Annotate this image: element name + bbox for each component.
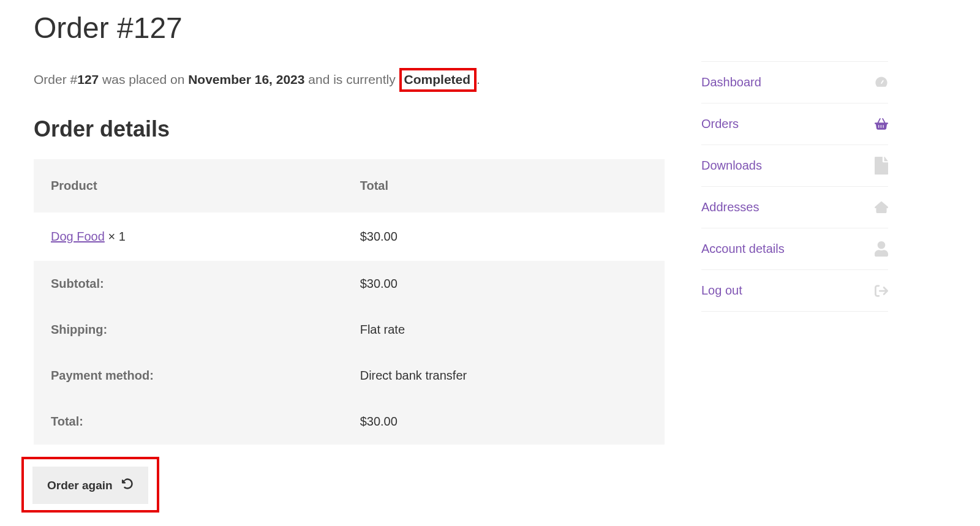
subtotal-row: Subtotal: $30.00 — [34, 261, 665, 307]
summary-status-prefix: and is currently — [304, 72, 399, 86]
total-label: Total: — [34, 399, 343, 445]
summary-date: November 16, 2023 — [188, 72, 304, 86]
summary-status: Completed — [404, 72, 471, 86]
sidebar-item-downloads[interactable]: Downloads — [701, 145, 888, 187]
payment-method-value: Direct bank transfer — [343, 353, 665, 399]
sidebar-item-dashboard[interactable]: Dashboard — [701, 62, 888, 103]
shipping-row: Shipping: Flat rate — [34, 307, 665, 353]
logout-icon — [875, 284, 888, 298]
sidebar-item-label: Addresses — [701, 200, 760, 214]
col-total-header: Total — [343, 159, 665, 212]
subtotal-label: Subtotal: — [34, 261, 343, 307]
order-details-table: Product Total Dog Food × 1 $30.00 Subtot… — [34, 159, 665, 445]
order-again-label: Order again — [47, 479, 113, 492]
order-again-button[interactable]: Order again — [32, 467, 148, 504]
payment-method-row: Payment method: Direct bank transfer — [34, 353, 665, 399]
refresh-icon — [121, 478, 134, 493]
sidebar-item-label: Orders — [701, 117, 739, 131]
total-value: $30.00 — [343, 399, 665, 445]
line-item-total: $30.00 — [343, 212, 665, 261]
sidebar-item-logout[interactable]: Log out — [701, 270, 888, 312]
order-details-heading: Order details — [34, 116, 665, 142]
home-icon — [875, 201, 888, 214]
product-link[interactable]: Dog Food — [51, 230, 105, 243]
shipping-value: Flat rate — [343, 307, 665, 353]
file-icon — [875, 159, 888, 173]
sidebar-item-label: Log out — [701, 284, 742, 298]
subtotal-value: $30.00 — [343, 261, 665, 307]
user-icon — [875, 242, 888, 256]
line-item-row: Dog Food × 1 $30.00 — [34, 212, 665, 261]
dashboard-icon — [875, 76, 888, 89]
shipping-label: Shipping: — [34, 307, 343, 353]
sidebar-item-orders[interactable]: Orders — [701, 103, 888, 145]
summary-period: . — [477, 72, 480, 86]
status-highlight: Completed — [399, 68, 477, 92]
order-summary-text: Order #127 was placed on November 16, 20… — [34, 68, 665, 92]
page-title: Order #127 — [34, 11, 665, 45]
sidebar-item-label: Dashboard — [701, 75, 761, 89]
sidebar-item-label: Account details — [701, 242, 785, 256]
summary-placed-on: was placed on — [99, 72, 188, 86]
sidebar-item-account-details[interactable]: Account details — [701, 228, 888, 270]
order-again-highlight: Order again — [21, 457, 159, 513]
total-row: Total: $30.00 — [34, 399, 665, 445]
account-sidebar: Dashboard Orders Downloads Addresses — [701, 0, 888, 513]
col-product-header: Product — [34, 159, 343, 212]
product-quantity: × 1 — [105, 230, 126, 243]
basket-icon — [875, 118, 888, 131]
summary-prefix: Order # — [34, 72, 77, 86]
sidebar-item-label: Downloads — [701, 159, 762, 173]
summary-order-number: 127 — [77, 72, 99, 86]
payment-method-label: Payment method: — [34, 353, 343, 399]
sidebar-item-addresses[interactable]: Addresses — [701, 187, 888, 228]
